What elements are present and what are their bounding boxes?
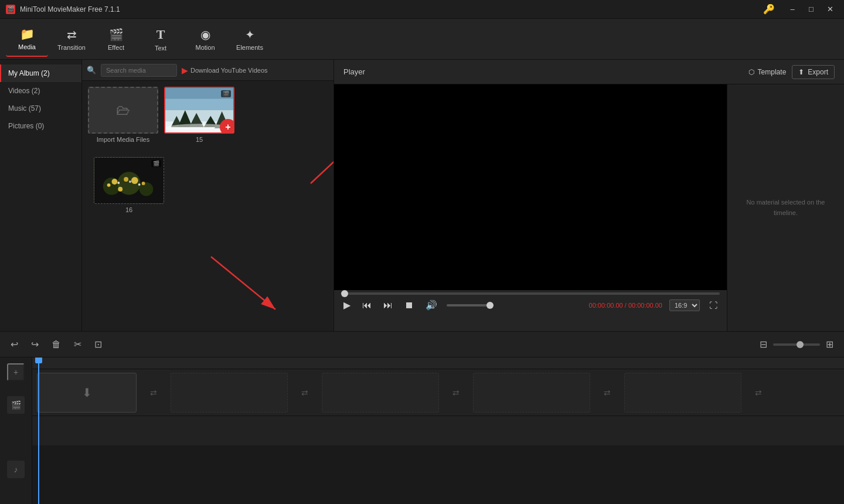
svg-point-16 — [112, 179, 118, 185]
toolbar-text[interactable]: T Text — [139, 22, 182, 57]
svg-point-23 — [129, 181, 131, 183]
add-track-button[interactable]: + — [7, 363, 25, 381]
svg-point-18 — [131, 177, 138, 184]
elements-label: Elements — [236, 44, 263, 51]
video-screen[interactable] — [334, 84, 727, 290]
cut-button[interactable]: ✂ — [70, 336, 85, 352]
transition-slot-3[interactable]: ⇄ — [441, 373, 471, 413]
timeline-empty-3[interactable] — [473, 373, 590, 413]
fullscreen-button[interactable]: ⛶ — [707, 299, 720, 311]
toolbar: 📁 Media ⇄ Transition 🎬 Effect T Text ◉ M… — [0, 19, 844, 60]
minimize-button[interactable]: – — [784, 3, 801, 16]
transition-slot-1[interactable]: ⇄ — [139, 373, 168, 413]
progress-bar[interactable] — [341, 292, 720, 295]
sidebar: My Album (2) Videos (2) Music (57) Pictu… — [0, 60, 82, 331]
audio-track-icon[interactable]: ♪ — [7, 461, 25, 478]
media-item-16[interactable]: 🎬 16 — [94, 157, 164, 213]
play-button[interactable]: ▶ — [341, 298, 353, 312]
aspect-ratio-select[interactable]: 16:9 9:16 4:3 1:1 — [669, 299, 700, 311]
sidebar-item-album[interactable]: My Album (2) — [0, 64, 81, 82]
svg-point-14 — [117, 172, 140, 195]
timeline-empty-1[interactable] — [171, 373, 288, 413]
crop-button[interactable]: ⊡ — [91, 336, 106, 352]
media-toolbar: 🔍 ▶ Download YouTube Videos — [82, 60, 333, 81]
import-label: Import Media Files — [97, 136, 149, 143]
redo-button[interactable]: ↪ — [28, 336, 42, 352]
zoom-out-button[interactable]: ⊟ — [756, 336, 771, 352]
toolbar-transition[interactable]: ⇄ Transition — [50, 22, 93, 57]
label-16: 16 — [125, 206, 132, 213]
left-panel: My Album (2) Videos (2) Music (57) Pictu… — [0, 60, 334, 331]
close-button[interactable]: ✕ — [822, 3, 838, 16]
toolbar-media[interactable]: 📁 Media — [6, 22, 48, 57]
add-to-timeline-15[interactable]: + — [220, 119, 234, 134]
next-button[interactable]: ⏭ — [381, 299, 395, 312]
svg-point-15 — [139, 182, 154, 196]
volume-button[interactable]: 🔊 — [423, 298, 440, 312]
video-player: ▶ ⏮ ⏭ ⏹ 🔊 00:00:00.00 / 00:00:0 — [334, 84, 727, 331]
timeline-section: ↩ ↪ 🗑 ✂ ⊡ ⊟ ⊞ + 🎬 ♪ — [0, 331, 844, 504]
media-icon: 📁 — [20, 27, 35, 41]
toolbar-elements[interactable]: ✦ Elements — [229, 22, 271, 57]
audio-track[interactable] — [32, 416, 844, 445]
volume-handle — [486, 302, 494, 309]
media-item-15[interactable]: 🎬 + 15 — [164, 87, 234, 213]
text-label: Text — [155, 45, 166, 52]
toolbar-effect[interactable]: 🎬 Effect — [95, 22, 137, 57]
youtube-icon: ▶ — [182, 66, 188, 75]
sidebar-item-music[interactable]: Music (57) — [0, 100, 81, 117]
zoom-slider[interactable] — [773, 343, 820, 346]
maximize-button[interactable]: □ — [803, 3, 819, 16]
export-button[interactable]: ⬆ Export — [792, 65, 835, 79]
timeline-clip-1[interactable]: ⬇ — [37, 373, 137, 413]
import-thumb: 🗁 — [88, 87, 158, 134]
toolbar-motion[interactable]: ◉ Motion — [184, 22, 226, 57]
volume-slider[interactable] — [447, 304, 494, 307]
export-label: Export — [808, 68, 828, 76]
timeline-toolbar: ↩ ↪ 🗑 ✂ ⊡ ⊟ ⊞ — [0, 332, 844, 357]
svg-line-27 — [211, 257, 275, 309]
undo-button[interactable]: ↩ — [7, 336, 22, 352]
timeline-content: + 🎬 ♪ ⬇ ⇄ — [0, 357, 844, 504]
app-title: MiniTool MovieMaker Free 7.1.1 — [20, 5, 758, 13]
zoom-handle — [797, 341, 804, 348]
transition-slot-4[interactable]: ⇄ — [593, 373, 622, 413]
stop-button[interactable]: ⏹ — [402, 299, 416, 312]
youtube-download-button[interactable]: ▶ Download YouTube Videos — [182, 66, 268, 75]
transition-slot-2[interactable]: ⇄ — [290, 373, 319, 413]
sidebar-item-pictures[interactable]: Pictures (0) — [0, 117, 81, 135]
player-title: Player — [343, 67, 743, 76]
timeline-ruler — [32, 357, 844, 369]
template-button[interactable]: ⬡ Template — [743, 66, 792, 79]
timeline-empty-4[interactable] — [624, 373, 741, 413]
motion-icon: ◉ — [200, 28, 210, 42]
video-track-icon[interactable]: 🎬 — [7, 396, 25, 414]
progress-handle[interactable] — [341, 290, 348, 297]
transition-slot-5[interactable]: ⇄ — [744, 373, 773, 413]
playhead[interactable] — [38, 357, 39, 504]
search-input[interactable] — [101, 64, 177, 77]
thumb-16: 🎬 — [94, 157, 164, 204]
timeline-tracks: ⬇ ⇄ ⇄ ⇄ ⇄ ⇄ — [32, 357, 844, 504]
video-track[interactable]: ⬇ ⇄ ⇄ ⇄ ⇄ ⇄ — [32, 369, 844, 416]
search-icon: 🔍 — [87, 66, 96, 74]
sidebar-item-videos[interactable]: Videos (2) — [0, 82, 81, 100]
video-controls: ▶ ⏮ ⏭ ⏹ 🔊 00:00:00.00 / 00:00:0 — [334, 290, 727, 331]
player-header: Player ⬡ Template ⬆ Export — [334, 60, 844, 84]
delete-button[interactable]: 🗑 — [48, 337, 64, 352]
prev-button[interactable]: ⏮ — [360, 299, 374, 312]
thumb-15: 🎬 + — [164, 87, 234, 134]
total-time: 00:00:00.00 — [628, 302, 662, 309]
effect-icon: 🎬 — [109, 28, 124, 42]
no-material-text: No material selected on the timeline. — [737, 197, 835, 218]
text-icon: T — [156, 27, 165, 42]
media-area: 🔍 ▶ Download YouTube Videos 🗁 — [82, 60, 333, 331]
youtube-label: Download YouTube Videos — [190, 67, 268, 74]
elements-icon: ✦ — [245, 28, 255, 42]
svg-point-19 — [142, 182, 145, 185]
zoom-in-button[interactable]: ⊞ — [822, 336, 837, 352]
right-panel: Player ⬡ Template ⬆ Export — [334, 60, 844, 331]
transition-icon: ⇄ — [67, 28, 77, 42]
effect-label: Effect — [108, 44, 124, 51]
timeline-empty-2[interactable] — [322, 373, 439, 413]
